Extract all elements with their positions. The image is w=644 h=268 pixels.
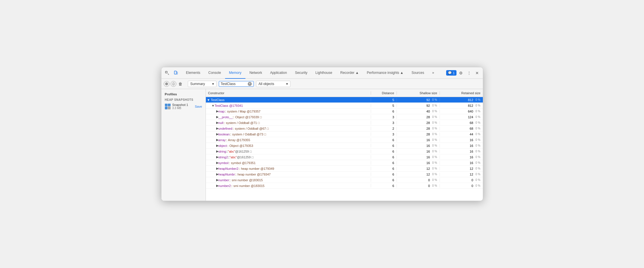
inspect-element-button[interactable] [164,70,171,76]
table-row[interactable]: ▶ heapNumber2 :: heap number @179349 6 1… [206,166,483,172]
tab-performance-insights[interactable]: Performance insights ▲ [363,67,407,79]
td-shallow: 00 % [397,178,440,182]
table-row[interactable]: ▶ array :: Array @179355 6 160 % 160 % [206,137,483,143]
snapshot-info: Snapshot 1 3.3 MB [172,103,193,110]
heap-snapshots-section: HEAP SNAPSHOTS [161,96,206,102]
th-retained: Retained size [440,91,483,95]
td-shallow: 280 % [397,115,440,119]
device-toggle-button[interactable] [172,70,179,76]
feedback-badge-button[interactable]: 💬 1 [446,70,456,76]
td-retained: 160 % [440,138,483,142]
close-button[interactable]: ✕ [474,70,481,76]
feedback-count: 1 [453,71,454,75]
td-shallow: 160 % [397,161,440,165]
td-distance: 6 [371,178,397,182]
td-distance: 6 [371,138,397,142]
table-row[interactable]: ▶ symbol :: symbol @179351 6 160 % 160 % [206,160,483,166]
table-row[interactable]: ▶ null :: system / Oddball @71 □ 3 280 %… [206,120,483,126]
table-row[interactable]: ▶ number :: smi number @183015 6 00 % 00… [206,177,483,183]
svg-rect-0 [165,71,167,73]
tab-security[interactable]: Security [291,67,311,79]
tab-application[interactable]: Application [266,67,291,79]
main-content: Profiles HEAP SNAPSHOTS Snapshot 1 3.3 M… [161,89,483,201]
tab-more[interactable]: » [428,67,438,79]
td-shallow: 280 % [397,121,440,125]
view-dropdown[interactable]: Summary ▾ [188,81,216,87]
td-constructor: ▶ object :: Object @179353 [206,144,371,147]
td-retained: 8120 % [440,98,483,102]
table-row[interactable]: ▶ string :: "abc" @161259 □ 6 160 % 160 … [206,149,483,154]
inspect-mode-buttons [164,70,179,76]
feedback-icon: 💬 [448,71,452,75]
td-retained: 160 % [440,155,483,159]
td-retained: 120 % [440,173,483,176]
table-row[interactable]: ▶ boolean :: system / Oddball @73 □ 3 28… [206,131,483,137]
tab-console[interactable]: Console [204,67,225,79]
td-constructor: ▶ symbol :: symbol @179351 [206,161,371,165]
td-constructor: ▶ string2 :: "abc" @161259 □ [206,155,371,159]
table-row[interactable]: ▶ __proto__ :: Object @179339 □ 3 280 % … [206,114,483,120]
table-row[interactable]: ▶ object :: Object @179353 6 160 % 160 % [206,143,483,149]
top-tab-bar: Elements Console Memory Network Applicat… [161,67,483,79]
table-row[interactable]: ▼ TestClass 5 920 % 8120 % [206,97,483,103]
td-shallow: 160 % [397,144,440,147]
td-retained: 680 % [440,121,483,125]
snapshot-1-item[interactable]: Snapshot 1 3.3 MB Save [161,102,206,111]
td-distance: 6 [371,144,397,147]
record-controls: 🗑 [164,81,183,87]
clear-button[interactable]: 🗑 [177,81,183,87]
snapshot-size: 3.3 MB [172,107,193,110]
td-distance: 6 [371,173,397,176]
td-distance: 6 [371,167,397,170]
td-retained: 6400 % [440,110,483,113]
record-button[interactable] [164,81,169,87]
tab-memory[interactable]: Memory [225,67,245,79]
summary-label: Summary [190,82,205,86]
td-distance: 5 [371,104,397,107]
table-row[interactable]: ▶ heapNumbr :: heap number @179347 6 120… [206,172,483,177]
tab-sources[interactable]: Sources [407,67,428,79]
filter-input[interactable] [221,82,247,86]
td-shallow: 00 % [397,184,440,188]
snapshot-name: Snapshot 1 [172,103,193,107]
table-row[interactable]: ▶ string2 :: "abc" @161259 □ 6 160 % 160… [206,154,483,160]
table-row[interactable]: ▶ map :: system / Map @179357 6 400 % 64… [206,109,483,114]
tab-network[interactable]: Network [245,67,266,79]
td-distance: 6 [371,150,397,153]
td-constructor: ▶ number2 :: smi number @183015 [206,184,371,188]
td-retained: 00 % [440,184,483,188]
tab-lighthouse[interactable]: Lighthouse [311,67,336,79]
table-area: Constructor Distance Shallow size Retain… [206,89,483,201]
svg-rect-1 [174,71,176,74]
tab-list: Elements Console Memory Network Applicat… [182,67,446,79]
td-distance: 6 [371,155,397,159]
stop-button[interactable] [171,81,176,87]
save-link[interactable]: Save [195,105,202,108]
tab-elements[interactable]: Elements [182,67,204,79]
more-options-button[interactable]: ⋮ [466,70,473,76]
table-row[interactable]: ▼ TestClass @179341 5 920 % 8120 % [206,103,483,109]
td-shallow: 280 % [397,127,440,130]
devtools-window: Elements Console Memory Network Applicat… [161,67,483,201]
td-shallow: 160 % [397,150,440,153]
filter-clear-button[interactable]: ✕ [248,82,252,86]
td-constructor: ▶ heapNumber2 :: heap number @179349 [206,167,371,170]
th-shallow: Shallow size [397,91,440,95]
td-shallow: 120 % [397,167,440,170]
td-constructor: ▶ array :: Array @179355 [206,138,371,142]
tab-recorder[interactable]: Recorder ▲ [336,67,363,79]
td-constructor: ▶ boolean :: system / Oddball @73 □ [206,132,371,136]
td-constructor: ▶ map :: system / Map @179357 [206,109,371,113]
td-shallow: 920 % [397,104,440,107]
filter-dropdown[interactable]: All objects ▾ [256,81,290,87]
all-objects-label: All objects [259,82,274,86]
td-distance: 6 [371,161,397,165]
td-constructor: ▶ heapNumbr :: heap number @179347 [206,172,371,176]
sidebar: Profiles HEAP SNAPSHOTS Snapshot 1 3.3 M… [161,89,206,201]
table-row[interactable]: ▶ number2 :: smi number @183015 6 00 % 0… [206,183,483,189]
profiles-title: Profiles [161,91,206,96]
settings-button[interactable]: ⚙ [458,70,465,76]
table-row[interactable]: ▶ undefined :: system / Oddball @67 □ 2 … [206,126,483,131]
top-bar-right-buttons: 💬 1 ⚙ ⋮ ✕ [446,70,480,76]
td-shallow: 160 % [397,155,440,159]
